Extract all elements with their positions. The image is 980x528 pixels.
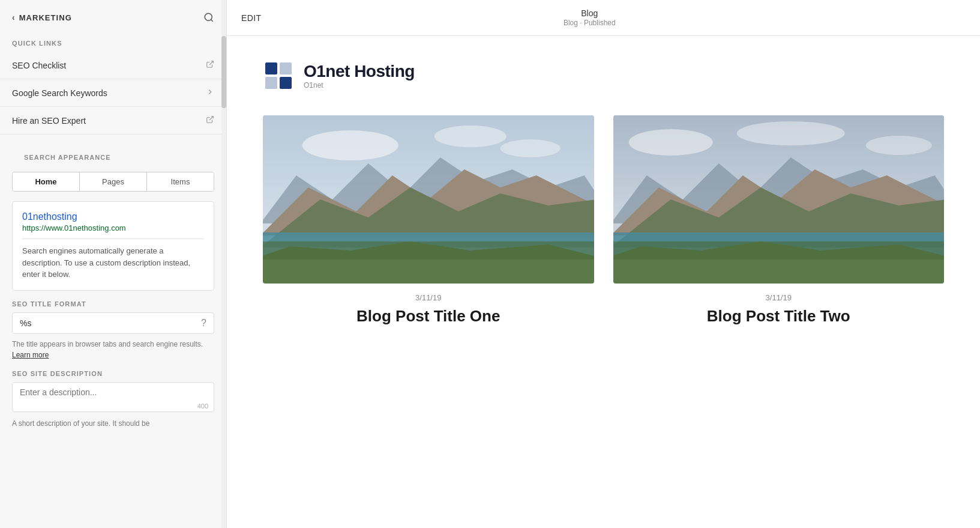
svg-line-1 (211, 19, 212, 21)
google-search-keywords-label: Google Search Keywords (12, 88, 107, 98)
svg-line-2 (209, 61, 213, 65)
scroll-thumb[interactable] (221, 36, 226, 108)
blog-post-card-2: 3/11/19 Blog Post Title Two (613, 115, 945, 326)
o1net-logo-icon (265, 62, 292, 89)
sidebar-item-google-search-keywords[interactable]: Google Search Keywords (0, 79, 226, 107)
preview-divider (22, 238, 204, 239)
seo-title-format-section: SEO TITLE FORMAT %s ? The title appears … (0, 300, 226, 360)
back-button[interactable]: ‹ MARKETING (12, 13, 72, 22)
blog-subtitle: Blog · Published (564, 19, 616, 28)
title-format-value: %s (20, 318, 31, 328)
svg-line-3 (209, 117, 213, 120)
main-content: EDIT Blog Blog · Published O1net Hosting… (227, 0, 980, 528)
svg-rect-6 (265, 77, 277, 89)
search-appearance-section: SEARCH APPEARANCE Home Pages Items (0, 135, 226, 192)
blog-preview: O1net Hosting O1net (227, 36, 980, 528)
post-2-title: Blog Post Title Two (613, 307, 945, 326)
back-label: MARKETING (19, 13, 72, 22)
sidebar-header: ‹ MARKETING (0, 0, 226, 30)
seo-title-format-label: SEO TITLE FORMAT (12, 300, 214, 308)
blog-tagline: O1net (304, 81, 415, 90)
title-help-text: The title appears in browser tabs and se… (12, 339, 214, 360)
quick-links-label: QUICK LINKS (0, 30, 226, 52)
chevron-left-icon: ‹ (12, 13, 16, 22)
sidebar: ‹ MARKETING QUICK LINKS SEO Checklist (0, 0, 227, 528)
landscape-svg-1 (263, 115, 594, 284)
chevron-right-icon (206, 88, 214, 98)
svg-point-26 (736, 121, 844, 145)
search-icon (203, 12, 214, 23)
tab-pages[interactable]: Pages (80, 172, 147, 191)
seo-site-description-section: SEO SITE DESCRIPTION 400 A short descrip… (0, 370, 226, 429)
edit-label: EDIT (241, 13, 262, 23)
external-link-icon (206, 60, 214, 70)
scroll-track (221, 0, 226, 528)
svg-point-25 (628, 129, 712, 156)
sidebar-item-seo-checklist[interactable]: SEO Checklist (0, 52, 226, 79)
description-textarea-container: 400 (12, 382, 214, 414)
blog-post-card-1: 3/11/19 Blog Post Title One (263, 115, 594, 326)
post-1-date: 3/11/19 (263, 293, 594, 302)
svg-rect-5 (280, 62, 292, 74)
svg-point-27 (865, 136, 931, 155)
help-icon[interactable]: ? (201, 318, 206, 329)
post-image-2 (613, 115, 945, 284)
blog-title-group: O1net Hosting O1net (304, 62, 415, 90)
svg-point-16 (434, 126, 507, 147)
preview-site-name: 01nethosting (22, 211, 204, 222)
sidebar-item-hire-seo-expert[interactable]: Hire an SEO Expert (0, 107, 226, 135)
blog-posts-grid: 3/11/19 Blog Post Title One (263, 115, 944, 326)
description-input[interactable] (12, 382, 214, 412)
description-help: A short description of your site. It sho… (12, 418, 214, 429)
svg-rect-4 (265, 62, 277, 74)
blog-logo (263, 60, 294, 91)
search-appearance-label: SEARCH APPEARANCE (12, 144, 214, 166)
blog-header: O1net Hosting O1net (263, 60, 944, 91)
preview-url: https://www.01nethosting.com (22, 223, 204, 232)
hire-seo-expert-label: Hire an SEO Expert (12, 116, 86, 126)
post-1-title: Blog Post Title One (263, 307, 594, 326)
learn-more-link[interactable]: Learn more (12, 351, 49, 359)
tab-items[interactable]: Items (147, 172, 214, 191)
svg-point-0 (205, 13, 212, 20)
search-button[interactable] (203, 12, 214, 23)
tab-home[interactable]: Home (13, 172, 80, 191)
seo-checklist-label: SEO Checklist (12, 61, 66, 70)
blog-name: O1net Hosting (304, 62, 415, 81)
landscape-svg-2 (613, 115, 945, 284)
post-2-date: 3/11/19 (613, 293, 945, 302)
svg-rect-14 (263, 241, 594, 259)
post-image-1 (263, 115, 594, 284)
seo-site-description-label: SEO SITE DESCRIPTION (12, 370, 214, 377)
svg-rect-7 (280, 77, 292, 89)
top-bar: EDIT Blog Blog · Published (227, 0, 980, 36)
external-link-icon-2 (206, 115, 214, 126)
svg-rect-24 (613, 241, 945, 259)
tabs-container: Home Pages Items (12, 172, 214, 192)
sidebar-content: QUICK LINKS SEO Checklist Google Search … (0, 30, 226, 528)
description-char-count: 400 (197, 402, 208, 410)
preview-description: Search engines automatically generate a … (22, 245, 204, 281)
top-bar-center: Blog Blog · Published (564, 8, 616, 28)
svg-point-15 (302, 130, 398, 160)
preview-card: 01nethosting https://www.01nethosting.co… (12, 201, 214, 291)
svg-point-17 (501, 139, 561, 157)
blog-title: Blog (564, 8, 616, 19)
title-format-row: %s ? (12, 312, 214, 334)
